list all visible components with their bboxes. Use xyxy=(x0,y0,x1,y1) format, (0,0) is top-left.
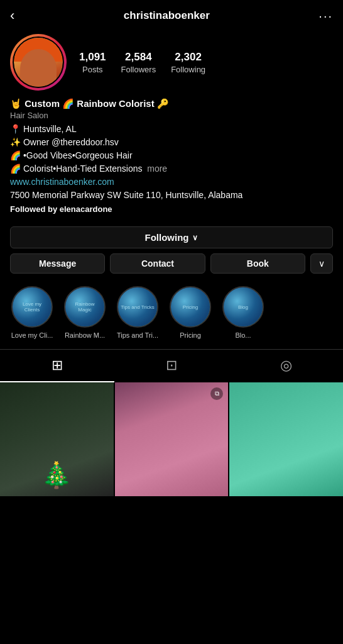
bio-category: Hair Salon xyxy=(10,111,333,120)
highlights-row: Love my ClientsLove my Cli...Rainbow Mag… xyxy=(0,279,343,344)
highlight-image-1: Rainbow Magic xyxy=(65,287,104,326)
highlight-item-3[interactable]: PricingPricing xyxy=(168,286,212,339)
stats-row: 1,091 Posts 2,584 Followers 2,302 Follow… xyxy=(79,51,333,74)
highlight-circle-0: Love my Clients xyxy=(11,286,53,328)
highlight-label-4: Blo... xyxy=(235,331,251,339)
tab-bar: ⊞ ⊡ ◎ xyxy=(0,349,343,382)
contact-button[interactable]: Contact xyxy=(110,253,205,274)
posts-label: Posts xyxy=(82,65,103,74)
following-count: 2,302 xyxy=(175,51,202,64)
book-button[interactable]: Book xyxy=(210,253,305,274)
highlight-label-1: Rainbow M... xyxy=(65,331,105,339)
photo-cell-3[interactable] xyxy=(229,382,343,496)
book-dropdown-button[interactable]: ∨ xyxy=(310,253,333,274)
highlight-item-2[interactable]: Tips and TricksTips and Tri... xyxy=(116,286,160,339)
followers-count: 2,584 xyxy=(125,51,152,64)
grid-icon: ⊞ xyxy=(52,357,63,374)
followers-label: Followers xyxy=(121,65,156,74)
bio-colorist-text: 🌈 Colorist•Hand-Tied Extensions xyxy=(10,164,142,174)
highlight-label-3: Pricing xyxy=(180,331,201,339)
photo-cell-2[interactable]: ⧉ xyxy=(115,382,229,496)
highlight-image-4: Blog xyxy=(224,287,263,326)
highlight-image-0: Love my Clients xyxy=(13,287,52,326)
message-button[interactable]: Message xyxy=(10,253,105,274)
highlight-item-1[interactable]: Rainbow MagicRainbow M... xyxy=(63,286,107,339)
bio-link[interactable]: www.christinaboenker.com xyxy=(10,177,114,187)
action-row: Message Contact Book ∨ xyxy=(10,253,333,274)
avatar xyxy=(14,36,63,88)
posts-count: 1,091 xyxy=(79,51,106,64)
bio-line-owner: ✨ Owner @thereddoor.hsv xyxy=(10,136,333,149)
highlight-item-0[interactable]: Love my ClientsLove my Cli... xyxy=(10,286,54,339)
photos-grid: ⧉ xyxy=(0,382,343,496)
profile-username: christinaboenker xyxy=(124,9,210,22)
highlight-circle-3: Pricing xyxy=(170,286,211,328)
following-button[interactable]: Following ∨ xyxy=(10,226,333,248)
followed-by: Followed by elenacardone xyxy=(10,204,333,214)
avatar-ring xyxy=(10,34,67,91)
reels-icon: ⊡ xyxy=(166,357,177,374)
bio-line-colorist: 🌈 Colorist•Hand-Tied Extensions more xyxy=(10,162,333,175)
photo-cell-1[interactable] xyxy=(0,382,114,496)
chevron-icon: ∨ xyxy=(192,233,198,242)
bio-line-vibes: 🌈 •Good Vibes•Gorgeous Hair xyxy=(10,149,333,162)
bio-line-location: 📍 Huntsville, AL xyxy=(10,123,333,136)
action-buttons: Following ∨ Message Contact Book ∨ xyxy=(0,221,343,279)
bio-address: 7500 Memorial Parkway SW Suite 110, Hunt… xyxy=(10,189,333,202)
highlight-image-2: Tips and Tricks xyxy=(118,287,157,326)
overlap-icon: ⧉ xyxy=(215,390,219,397)
dropdown-chevron-icon: ∨ xyxy=(318,258,325,269)
stat-following[interactable]: 2,302 Following xyxy=(171,51,205,74)
highlight-circle-4: Blog xyxy=(222,286,264,328)
stat-posts[interactable]: 1,091 Posts xyxy=(79,51,106,74)
highlight-circle-1: Rainbow Magic xyxy=(64,286,106,328)
highlight-label-0: Love my Cli... xyxy=(11,331,53,339)
bio-more-button[interactable]: more xyxy=(147,164,167,174)
tab-grid[interactable]: ⊞ xyxy=(0,350,114,382)
tab-tagged[interactable]: ◎ xyxy=(229,350,343,382)
bio-website[interactable]: www.christinaboenker.com xyxy=(10,175,333,189)
followed-by-user[interactable]: elenacardone xyxy=(60,204,112,214)
back-button[interactable]: ‹ xyxy=(10,8,14,24)
bio-section: 🤘 Custom 🌈 Rainbow Colorist 🔑 Hair Salon… xyxy=(0,98,343,221)
following-label: Following xyxy=(171,65,205,74)
profile-section: 1,091 Posts 2,584 Followers 2,302 Follow… xyxy=(0,29,343,98)
multiple-photos-icon: ⧉ xyxy=(210,387,223,400)
more-button[interactable]: ··· xyxy=(318,9,333,23)
tagged-icon: ◎ xyxy=(280,357,292,374)
header: ‹ christinaboenker ··· xyxy=(0,0,343,29)
followed-by-prefix: Followed by xyxy=(10,204,60,214)
stat-followers[interactable]: 2,584 Followers xyxy=(121,51,156,74)
avatar-inner xyxy=(13,36,64,88)
highlight-circle-2: Tips and Tricks xyxy=(117,286,158,328)
highlight-image-3: Pricing xyxy=(171,287,210,326)
tab-reels[interactable]: ⊡ xyxy=(114,350,229,382)
highlight-item-4[interactable]: BlogBlo... xyxy=(221,286,265,339)
following-label: Following xyxy=(145,232,189,243)
highlight-label-2: Tips and Tri... xyxy=(117,331,158,339)
bio-name: 🤘 Custom 🌈 Rainbow Colorist 🔑 xyxy=(10,98,333,109)
avatar-wrapper[interactable] xyxy=(10,34,67,91)
